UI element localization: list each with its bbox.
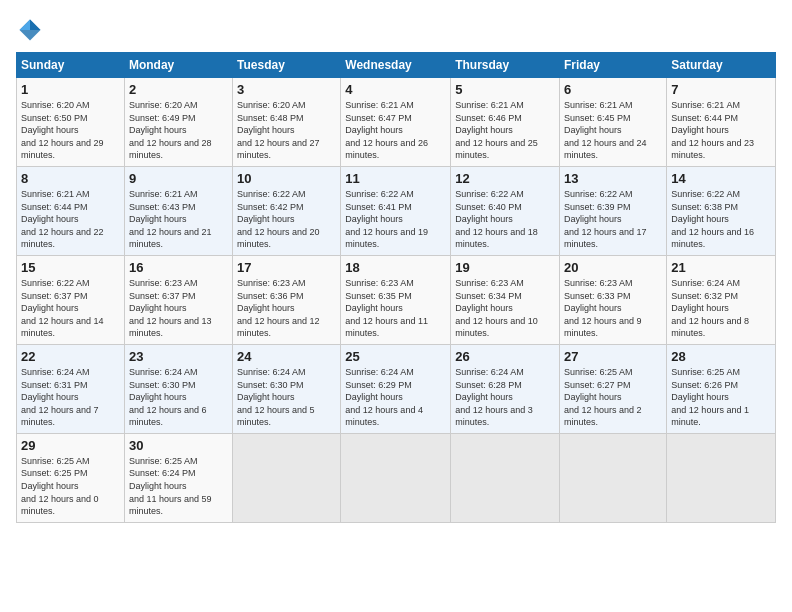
day-number: 3 [237, 82, 336, 97]
day-info: Sunrise: 6:25 AM Sunset: 6:24 PM Dayligh… [129, 455, 228, 518]
day-cell: 22 Sunrise: 6:24 AM Sunset: 6:31 PM Dayl… [17, 344, 125, 433]
day-cell [233, 433, 341, 522]
day-cell: 15 Sunrise: 6:22 AM Sunset: 6:37 PM Dayl… [17, 255, 125, 344]
day-cell: 14 Sunrise: 6:22 AM Sunset: 6:38 PM Dayl… [667, 166, 776, 255]
day-info: Sunrise: 6:23 AM Sunset: 6:34 PM Dayligh… [455, 277, 555, 340]
week-row-3: 15 Sunrise: 6:22 AM Sunset: 6:37 PM Dayl… [17, 255, 776, 344]
day-number: 4 [345, 82, 446, 97]
day-number: 13 [564, 171, 662, 186]
day-info: Sunrise: 6:22 AM Sunset: 6:42 PM Dayligh… [237, 188, 336, 251]
day-number: 25 [345, 349, 446, 364]
day-number: 22 [21, 349, 120, 364]
day-info: Sunrise: 6:22 AM Sunset: 6:37 PM Dayligh… [21, 277, 120, 340]
header-row: Sunday Monday Tuesday Wednesday Thursday… [17, 53, 776, 78]
day-info: Sunrise: 6:20 AM Sunset: 6:50 PM Dayligh… [21, 99, 120, 162]
day-number: 11 [345, 171, 446, 186]
col-sunday: Sunday [17, 53, 125, 78]
day-info: Sunrise: 6:24 AM Sunset: 6:31 PM Dayligh… [21, 366, 120, 429]
day-info: Sunrise: 6:20 AM Sunset: 6:49 PM Dayligh… [129, 99, 228, 162]
day-number: 19 [455, 260, 555, 275]
day-number: 17 [237, 260, 336, 275]
day-cell: 5 Sunrise: 6:21 AM Sunset: 6:46 PM Dayli… [451, 78, 560, 167]
logo-icon [16, 16, 44, 44]
day-cell: 9 Sunrise: 6:21 AM Sunset: 6:43 PM Dayli… [124, 166, 232, 255]
day-cell: 17 Sunrise: 6:23 AM Sunset: 6:36 PM Dayl… [233, 255, 341, 344]
day-cell: 8 Sunrise: 6:21 AM Sunset: 6:44 PM Dayli… [17, 166, 125, 255]
day-info: Sunrise: 6:22 AM Sunset: 6:38 PM Dayligh… [671, 188, 771, 251]
day-cell: 18 Sunrise: 6:23 AM Sunset: 6:35 PM Dayl… [341, 255, 451, 344]
day-info: Sunrise: 6:25 AM Sunset: 6:25 PM Dayligh… [21, 455, 120, 518]
day-info: Sunrise: 6:23 AM Sunset: 6:35 PM Dayligh… [345, 277, 446, 340]
day-info: Sunrise: 6:21 AM Sunset: 6:44 PM Dayligh… [671, 99, 771, 162]
week-row-4: 22 Sunrise: 6:24 AM Sunset: 6:31 PM Dayl… [17, 344, 776, 433]
day-cell: 26 Sunrise: 6:24 AM Sunset: 6:28 PM Dayl… [451, 344, 560, 433]
day-number: 8 [21, 171, 120, 186]
day-number: 24 [237, 349, 336, 364]
day-cell: 19 Sunrise: 6:23 AM Sunset: 6:34 PM Dayl… [451, 255, 560, 344]
day-cell: 20 Sunrise: 6:23 AM Sunset: 6:33 PM Dayl… [560, 255, 667, 344]
day-info: Sunrise: 6:21 AM Sunset: 6:45 PM Dayligh… [564, 99, 662, 162]
day-cell: 16 Sunrise: 6:23 AM Sunset: 6:37 PM Dayl… [124, 255, 232, 344]
day-number: 28 [671, 349, 771, 364]
col-friday: Friday [560, 53, 667, 78]
day-info: Sunrise: 6:22 AM Sunset: 6:40 PM Dayligh… [455, 188, 555, 251]
day-cell: 30 Sunrise: 6:25 AM Sunset: 6:24 PM Dayl… [124, 433, 232, 522]
day-cell [667, 433, 776, 522]
day-cell [341, 433, 451, 522]
week-row-2: 8 Sunrise: 6:21 AM Sunset: 6:44 PM Dayli… [17, 166, 776, 255]
calendar-table: Sunday Monday Tuesday Wednesday Thursday… [16, 52, 776, 523]
day-number: 2 [129, 82, 228, 97]
day-number: 5 [455, 82, 555, 97]
day-info: Sunrise: 6:23 AM Sunset: 6:36 PM Dayligh… [237, 277, 336, 340]
day-info: Sunrise: 6:24 AM Sunset: 6:28 PM Dayligh… [455, 366, 555, 429]
day-cell: 21 Sunrise: 6:24 AM Sunset: 6:32 PM Dayl… [667, 255, 776, 344]
day-cell: 6 Sunrise: 6:21 AM Sunset: 6:45 PM Dayli… [560, 78, 667, 167]
day-number: 21 [671, 260, 771, 275]
day-number: 18 [345, 260, 446, 275]
day-number: 14 [671, 171, 771, 186]
day-cell: 24 Sunrise: 6:24 AM Sunset: 6:30 PM Dayl… [233, 344, 341, 433]
col-monday: Monday [124, 53, 232, 78]
col-saturday: Saturday [667, 53, 776, 78]
day-number: 20 [564, 260, 662, 275]
day-cell: 10 Sunrise: 6:22 AM Sunset: 6:42 PM Dayl… [233, 166, 341, 255]
day-info: Sunrise: 6:21 AM Sunset: 6:44 PM Dayligh… [21, 188, 120, 251]
header [16, 16, 776, 44]
day-cell: 23 Sunrise: 6:24 AM Sunset: 6:30 PM Dayl… [124, 344, 232, 433]
day-info: Sunrise: 6:25 AM Sunset: 6:27 PM Dayligh… [564, 366, 662, 429]
day-cell: 2 Sunrise: 6:20 AM Sunset: 6:49 PM Dayli… [124, 78, 232, 167]
day-number: 16 [129, 260, 228, 275]
day-cell: 1 Sunrise: 6:20 AM Sunset: 6:50 PM Dayli… [17, 78, 125, 167]
day-cell: 4 Sunrise: 6:21 AM Sunset: 6:47 PM Dayli… [341, 78, 451, 167]
day-cell [560, 433, 667, 522]
col-thursday: Thursday [451, 53, 560, 78]
day-info: Sunrise: 6:22 AM Sunset: 6:41 PM Dayligh… [345, 188, 446, 251]
day-number: 9 [129, 171, 228, 186]
day-number: 27 [564, 349, 662, 364]
day-cell: 28 Sunrise: 6:25 AM Sunset: 6:26 PM Dayl… [667, 344, 776, 433]
day-info: Sunrise: 6:24 AM Sunset: 6:30 PM Dayligh… [237, 366, 336, 429]
day-info: Sunrise: 6:21 AM Sunset: 6:43 PM Dayligh… [129, 188, 228, 251]
logo [16, 16, 48, 44]
day-info: Sunrise: 6:21 AM Sunset: 6:46 PM Dayligh… [455, 99, 555, 162]
day-info: Sunrise: 6:24 AM Sunset: 6:30 PM Dayligh… [129, 366, 228, 429]
day-info: Sunrise: 6:21 AM Sunset: 6:47 PM Dayligh… [345, 99, 446, 162]
day-info: Sunrise: 6:23 AM Sunset: 6:37 PM Dayligh… [129, 277, 228, 340]
page: Sunday Monday Tuesday Wednesday Thursday… [0, 0, 792, 612]
day-cell: 11 Sunrise: 6:22 AM Sunset: 6:41 PM Dayl… [341, 166, 451, 255]
day-cell: 25 Sunrise: 6:24 AM Sunset: 6:29 PM Dayl… [341, 344, 451, 433]
day-cell [451, 433, 560, 522]
day-number: 10 [237, 171, 336, 186]
col-tuesday: Tuesday [233, 53, 341, 78]
day-info: Sunrise: 6:24 AM Sunset: 6:32 PM Dayligh… [671, 277, 771, 340]
col-wednesday: Wednesday [341, 53, 451, 78]
day-cell: 13 Sunrise: 6:22 AM Sunset: 6:39 PM Dayl… [560, 166, 667, 255]
week-row-5: 29 Sunrise: 6:25 AM Sunset: 6:25 PM Dayl… [17, 433, 776, 522]
day-number: 30 [129, 438, 228, 453]
day-info: Sunrise: 6:24 AM Sunset: 6:29 PM Dayligh… [345, 366, 446, 429]
day-number: 7 [671, 82, 771, 97]
day-info: Sunrise: 6:23 AM Sunset: 6:33 PM Dayligh… [564, 277, 662, 340]
day-cell: 29 Sunrise: 6:25 AM Sunset: 6:25 PM Dayl… [17, 433, 125, 522]
day-number: 6 [564, 82, 662, 97]
day-number: 23 [129, 349, 228, 364]
